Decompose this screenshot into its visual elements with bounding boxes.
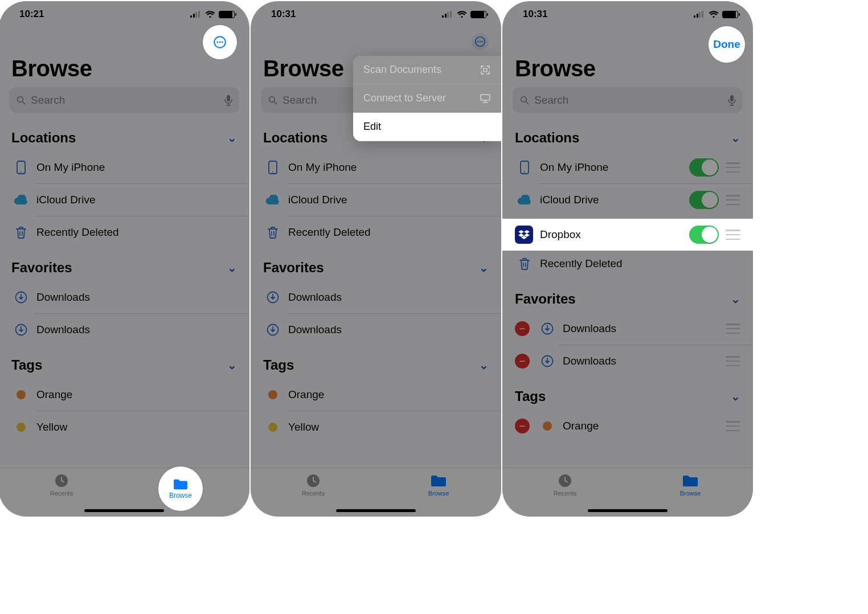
more-menu: Scan Documents Connect to Server Edit: [353, 56, 501, 141]
location-dropbox[interactable]: Dropbox: [502, 219, 753, 251]
wifi-icon: [457, 11, 467, 18]
top-row: [251, 27, 501, 56]
mic-icon[interactable]: [728, 95, 736, 106]
row-label: On My iPhone: [36, 161, 237, 174]
menu-scan-documents[interactable]: Scan Documents: [353, 56, 501, 84]
svg-point-15: [216, 42, 218, 43]
location-on-my-iphone[interactable]: On My iPhone: [502, 152, 753, 183]
search-placeholder: Search: [282, 94, 317, 107]
section-tags[interactable]: Tags ⌄: [0, 346, 249, 379]
location-on-my-iphone[interactable]: On My iPhone: [251, 152, 501, 183]
tag-dot-icon: [263, 390, 282, 399]
menu-connect-server[interactable]: Connect to Server: [353, 84, 501, 113]
svg-point-26: [272, 171, 273, 173]
drag-handle[interactable]: [726, 421, 740, 431]
panel-2: 10:31 Browse Search Locations ⌄ On My iP…: [251, 1, 501, 517]
row-label: Recently Deleted: [288, 226, 489, 239]
section-favorites[interactable]: Favorites ⌄: [0, 248, 249, 281]
favorite-downloads[interactable]: − Downloads: [502, 313, 753, 345]
svg-rect-33: [481, 95, 490, 100]
folder-icon: [682, 473, 699, 489]
favorite-downloads[interactable]: Downloads: [0, 314, 249, 346]
remove-icon[interactable]: −: [515, 419, 530, 433]
status-icons: [442, 11, 486, 18]
status-time: 10:31: [271, 9, 296, 20]
tag-yellow[interactable]: Yellow: [0, 411, 249, 443]
svg-rect-38: [730, 95, 734, 101]
remove-icon[interactable]: −: [515, 354, 530, 369]
home-indicator[interactable]: [588, 509, 668, 512]
menu-edit[interactable]: Edit: [353, 113, 501, 141]
download-icon: [538, 322, 557, 335]
more-button[interactable]: [472, 33, 489, 50]
mic-icon[interactable]: [224, 95, 232, 106]
location-icloud-drive[interactable]: iCloud Drive: [0, 184, 249, 216]
location-icloud-drive[interactable]: iCloud Drive: [251, 184, 501, 216]
section-favorites[interactable]: Favorites ⌄: [251, 248, 501, 281]
download-icon: [263, 291, 282, 304]
iphone-icon: [263, 161, 282, 174]
toggle-dropbox[interactable]: [689, 226, 719, 244]
row-label: Downloads: [563, 322, 719, 335]
location-recently-deleted[interactable]: Recently Deleted: [502, 248, 753, 280]
section-locations[interactable]: Locations ⌄: [0, 118, 249, 152]
drag-handle[interactable]: [726, 230, 740, 240]
download-icon: [538, 355, 557, 367]
tab-label: Browse: [680, 490, 701, 497]
drag-handle[interactable]: [726, 324, 740, 334]
row-label: Downloads: [36, 324, 237, 336]
tab-bar: Recents Browse: [251, 468, 501, 517]
signal-icon: [694, 11, 705, 18]
favorite-downloads[interactable]: Downloads: [0, 281, 249, 313]
section-header-label: Favorites: [11, 260, 72, 276]
favorite-downloads[interactable]: Downloads: [251, 314, 501, 346]
row-label: Downloads: [563, 355, 719, 367]
row-label: Recently Deleted: [36, 226, 237, 239]
row-label: On My iPhone: [540, 161, 689, 174]
section-favorites[interactable]: Favorites ⌄: [502, 280, 753, 313]
home-indicator[interactable]: [336, 509, 416, 512]
tag-yellow[interactable]: Yellow: [251, 411, 501, 443]
tag-orange[interactable]: Orange: [0, 379, 249, 411]
tag-orange[interactable]: Orange: [251, 379, 501, 411]
location-recently-deleted[interactable]: Recently Deleted: [0, 216, 249, 248]
section-header-label: Tags: [263, 357, 294, 373]
favorite-downloads[interactable]: − Downloads: [502, 345, 753, 377]
menu-label: Scan Documents: [363, 64, 441, 76]
drag-handle[interactable]: [726, 356, 740, 366]
toggle-on-my-iphone[interactable]: [689, 158, 719, 177]
iphone-icon: [11, 161, 31, 174]
tab-label: Recents: [50, 490, 73, 497]
location-recently-deleted[interactable]: Recently Deleted: [251, 216, 501, 248]
section-tags[interactable]: Tags ⌄: [502, 377, 753, 410]
folder-icon: [430, 473, 447, 489]
signal-icon: [442, 11, 453, 18]
svg-rect-32: [484, 68, 487, 72]
home-indicator[interactable]: [84, 509, 164, 512]
search-input[interactable]: Search: [9, 87, 239, 113]
trash-icon: [515, 257, 534, 270]
section-header-label: Favorites: [515, 291, 576, 307]
toggle-icloud-drive[interactable]: [689, 191, 719, 209]
page-title: Browse: [0, 56, 249, 87]
favorite-downloads[interactable]: Downloads: [251, 281, 501, 313]
drag-handle[interactable]: [726, 195, 740, 205]
battery-icon: [722, 11, 738, 18]
download-icon: [263, 324, 282, 336]
tag-orange[interactable]: − Orange: [502, 410, 753, 442]
drag-handle[interactable]: [726, 162, 740, 173]
search-input[interactable]: Search: [513, 87, 743, 113]
highlight-done-button: Done: [709, 26, 745, 63]
remove-icon[interactable]: −: [515, 321, 530, 336]
tab-bar: Recents Browse: [502, 468, 753, 517]
location-icloud-drive[interactable]: iCloud Drive: [502, 184, 753, 216]
section-tags[interactable]: Tags ⌄: [251, 346, 501, 379]
svg-line-37: [526, 101, 529, 104]
status-bar: 10:31: [502, 1, 753, 27]
tag-dot-icon: [538, 421, 557, 431]
location-on-my-iphone[interactable]: On My iPhone: [0, 152, 249, 183]
page-title: Browse: [502, 56, 753, 87]
section-locations[interactable]: Locations ⌄: [502, 118, 753, 152]
chevron-down-icon: ⌄: [479, 358, 489, 372]
row-label: Dropbox: [540, 228, 689, 241]
